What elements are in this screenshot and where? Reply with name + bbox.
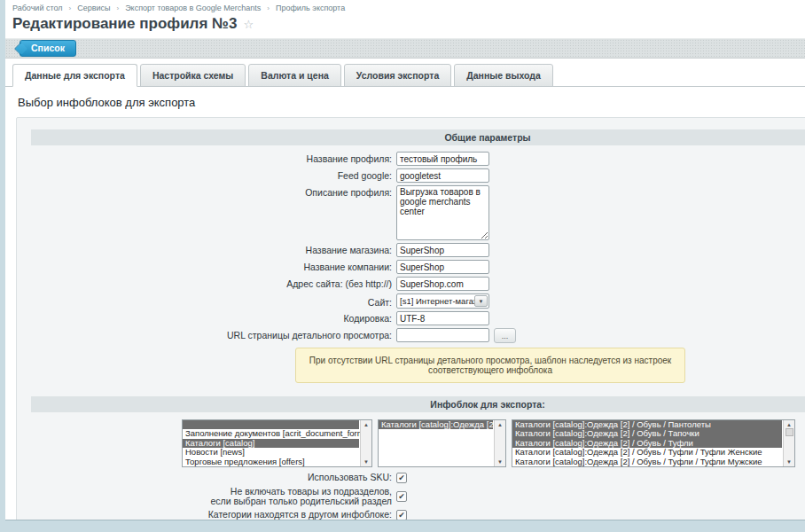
shop-name-label: Название магазина:	[31, 243, 396, 255]
site-address-label: Адрес сайта: (без http://)	[31, 277, 396, 289]
shop-name-input[interactable]	[396, 243, 489, 257]
site-label: Сайт:	[31, 293, 396, 308]
iblock-parent-listbox[interactable]: Заполнение документов [acrit_document_fo…	[182, 419, 372, 467]
profile-name-input[interactable]	[396, 152, 489, 166]
categories-other-iblock-checkbox[interactable]: ✔	[396, 510, 407, 520]
exclude-subsections-label: Не включать товары из подразделов, если …	[31, 487, 396, 506]
breadcrumb-item-export-profile[interactable]: Профиль экспорта	[276, 4, 345, 12]
tab-currency-price[interactable]: Валюта и цена	[248, 64, 341, 87]
company-name-row: Название компании:	[31, 260, 805, 274]
listbox-option[interactable]: Каталоги [catalog]:Одежда [2]	[379, 420, 493, 429]
scroll-up-icon[interactable]: ▲	[786, 422, 792, 427]
site-select[interactable]: [s1] Интернет-магазин (( ▼	[396, 293, 489, 309]
tab-bar: Данные для экспорта Настройка схемы Валю…	[5, 59, 805, 87]
use-sku-label: Использовать SKU:	[31, 473, 396, 482]
description-label: Описание профиля:	[31, 185, 396, 198]
site-address-row: Адрес сайта: (без http://)	[31, 277, 805, 291]
exclude-subsections-row: Не включать товары из подразделов, если …	[31, 487, 805, 506]
feed-input[interactable]	[396, 168, 489, 183]
tab-output-data[interactable]: Данные выхода	[454, 64, 553, 87]
section-heading: Выбор инфоблоков для экспорта	[5, 87, 805, 117]
export-settings-panel: Общие параметры Название профиля: Feed g…	[16, 117, 805, 520]
scroll-down-icon[interactable]: ▼	[363, 459, 369, 465]
use-sku-row: Использовать SKU: ✔	[31, 473, 805, 483]
company-name-input[interactable]	[396, 260, 489, 274]
detail-url-more-button[interactable]: ...	[494, 328, 516, 343]
tab-schema-settings[interactable]: Настройка схемы	[140, 64, 246, 87]
page-title: Редактирование профиля №3	[12, 15, 237, 33]
profile-name-row: Название профиля:	[31, 152, 805, 166]
iblock-sections-listbox[interactable]: Каталоги [catalog]:Одежда [2] / Обувь / …	[512, 419, 795, 467]
general-params-header: Общие параметры	[31, 129, 805, 145]
categories-other-iblock-row: Категории находятся в другом инфоблоке: …	[31, 510, 805, 520]
scroll-down-icon[interactable]: ▼	[497, 459, 503, 465]
listbox-option[interactable]: Торговые предложения [offers]	[183, 458, 359, 466]
breadcrumb-item-export-module[interactable]: Экспорт товаров в Google Merchants	[125, 4, 261, 12]
breadcrumb-separator-icon: ›	[267, 4, 270, 12]
admin-page: Рабочий стол › Сервисы › Экспорт товаров…	[5, 0, 805, 520]
breadcrumb-separator-icon: ›	[116, 4, 119, 12]
back-to-list-button[interactable]: Список	[20, 40, 76, 57]
listbox-scrollbar[interactable]: ▲ ▼	[783, 420, 794, 466]
shop-name-row: Название магазина:	[31, 243, 805, 257]
feed-row: Feed google:	[31, 168, 805, 183]
encoding-row: Кодировка:	[31, 311, 805, 325]
breadcrumb-item-services[interactable]: Сервисы	[77, 4, 110, 12]
favorite-star-icon[interactable]: ☆	[243, 18, 254, 31]
scroll-up-icon[interactable]: ▲	[497, 422, 503, 427]
breadcrumb: Рабочий стол › Сервисы › Экспорт товаров…	[5, 0, 805, 12]
encoding-input[interactable]	[396, 311, 489, 325]
iblock-export-header: Инфоблок для экспорта:	[31, 396, 805, 412]
listbox-scrollbar[interactable]: ▲ ▼	[494, 420, 505, 466]
scroll-up-icon[interactable]: ▲	[363, 422, 369, 427]
use-sku-checkbox[interactable]: ✔	[396, 473, 407, 483]
detail-url-notice: При отсутствии URL страницы детального п…	[295, 348, 685, 383]
profile-name-label: Название профиля:	[31, 152, 396, 164]
categories-other-iblock-label: Категории находятся в другом инфоблоке:	[31, 510, 396, 520]
site-row: Сайт: [s1] Интернет-магазин (( ▼	[31, 293, 805, 309]
tab-export-data[interactable]: Данные для экспорта	[12, 64, 137, 87]
feed-label: Feed google:	[31, 168, 396, 181]
description-row: Описание профиля:	[31, 185, 805, 240]
exclude-subsections-checkbox[interactable]: ✔	[396, 491, 407, 502]
context-toolbar: Список	[5, 38, 805, 59]
scrollbar-thumb[interactable]	[785, 428, 793, 436]
detail-url-label: URL страницы детального просмотра:	[31, 328, 396, 340]
company-name-label: Название компании:	[31, 260, 396, 272]
description-textarea[interactable]	[396, 185, 489, 240]
detail-url-row: URL страницы детального просмотра: ...	[31, 328, 805, 343]
site-select-value: [s1] Интернет-магазин ((	[397, 296, 474, 306]
iblock-root-section-listbox[interactable]: Каталоги [catalog]:Одежда [2] ▲ ▼	[378, 419, 506, 467]
listbox-scrollbar[interactable]: ▲ ▼	[360, 420, 371, 466]
dropdown-arrow-icon[interactable]: ▼	[474, 295, 488, 307]
breadcrumb-separator-icon: ›	[69, 4, 72, 12]
title-row: Редактирование профиля №3 ☆	[5, 12, 805, 33]
detail-url-input[interactable]	[396, 328, 489, 342]
scroll-down-icon[interactable]: ▼	[786, 459, 792, 465]
tab-export-conditions[interactable]: Условия экспорта	[344, 64, 451, 87]
encoding-label: Кодировка:	[31, 311, 396, 324]
iblock-listboxes: Заполнение документов [acrit_document_fo…	[182, 419, 805, 467]
breadcrumb-item-desktop[interactable]: Рабочий стол	[12, 4, 63, 12]
listbox-option[interactable]: Каталоги [catalog]:Одежда [2] / Обувь / …	[512, 458, 782, 466]
site-address-input[interactable]	[396, 277, 489, 291]
